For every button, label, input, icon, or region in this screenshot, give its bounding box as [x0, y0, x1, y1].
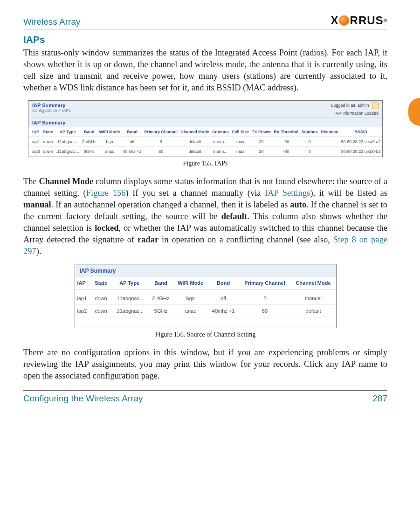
info-loaded-text: IAP Information Loaded: [335, 111, 379, 116]
col-h[interactable]: Primary Channel: [143, 127, 179, 137]
cell: .11abgnac...: [111, 304, 148, 317]
text: ).: [36, 247, 41, 256]
page-footer: Configuring the Wireless Array 287: [23, 390, 387, 404]
cell: [319, 146, 340, 156]
closing-paragraph: There are no configuration options in th…: [23, 347, 387, 382]
cell: 20: [250, 146, 272, 156]
figure-156: IAP Summary IAP State AP Type Band WiFi …: [75, 264, 337, 328]
cell: off: [208, 292, 239, 305]
brand-logo: XRRUS®: [331, 14, 387, 27]
col-h[interactable]: Band: [81, 127, 98, 137]
col-h[interactable]: WiFi Mode: [97, 127, 121, 137]
text: The: [23, 177, 39, 186]
col-h[interactable]: Channel Mode: [290, 277, 336, 289]
col-h[interactable]: State: [41, 127, 55, 137]
cell: .11abgnac...: [111, 292, 148, 305]
figure-155: IAP Summary Configuration > IAPs Logged …: [28, 100, 383, 157]
header-title: Wireless Array: [23, 17, 80, 27]
cell: default: [179, 137, 211, 146]
cell: manual: [290, 292, 336, 305]
cell: .11abgnac...: [55, 137, 81, 146]
cell: max: [230, 137, 250, 146]
cell: down: [41, 146, 55, 156]
cell: 60: [239, 304, 291, 317]
cell: 60: [143, 146, 179, 156]
iap-link[interactable]: iap2: [75, 304, 91, 317]
col-h[interactable]: WiFi Mode: [173, 277, 208, 289]
fig156-summary-label: IAP Summary: [75, 264, 336, 277]
table-row: iap2 down .11abgnac... 5GHz anac 40mhz +…: [28, 146, 382, 156]
cell: [319, 137, 340, 146]
iap-link[interactable]: iap1: [75, 292, 91, 305]
table-row: iap2 down .11abgnac... 5GHz anac 40mhz +…: [75, 304, 336, 317]
cell: anac: [173, 304, 208, 317]
cell: bgn: [97, 137, 121, 146]
cell: anac: [97, 146, 121, 156]
col-h[interactable]: IAP: [28, 127, 41, 137]
cell: default: [179, 146, 211, 156]
cell: 0: [300, 137, 319, 146]
fig156-caption: Figure 156. Source of Channel Setting: [23, 331, 387, 338]
fig155-summary-label: IAP Summary: [32, 120, 65, 125]
col-h[interactable]: RX Threshol: [272, 127, 300, 137]
cell: intern...: [211, 137, 230, 146]
col-h[interactable]: AP Type: [111, 277, 148, 289]
col-h[interactable]: Channel Mode: [179, 127, 211, 137]
table-row: iap1 down .11abgnac... 2.4GHz bgn off 2 …: [75, 292, 336, 305]
cell: 0: [300, 146, 319, 156]
cell: default: [290, 304, 336, 317]
fig156-table: IAP State AP Type Band WiFi Mode Bond Pr…: [75, 277, 336, 328]
iap-link[interactable]: iap2: [28, 146, 41, 156]
col-h[interactable]: Cell Size: [230, 127, 250, 137]
page-number: 287: [372, 393, 387, 404]
iap-link[interactable]: iap1: [28, 137, 41, 146]
bold-text: manual: [23, 200, 51, 209]
col-h[interactable]: Bond: [208, 277, 239, 289]
channel-mode-paragraph: The Channel Mode column displays some st…: [23, 176, 387, 257]
bold-text: default: [221, 212, 248, 221]
cell: 2: [239, 292, 291, 305]
iap-settings-link[interactable]: IAP Settings: [265, 188, 310, 198]
logo-registered-icon: ®: [384, 18, 387, 23]
col-h[interactable]: IAP: [75, 277, 91, 289]
logo-text-suffix: RRUS: [350, 14, 384, 27]
text: . If an autochannel operation changed a …: [51, 200, 290, 209]
cell: 6: [143, 137, 179, 146]
logout-icon[interactable]: [372, 103, 379, 109]
bold-text: radar: [138, 235, 158, 244]
fig155-table: IAP State AP Type Band WiFi Mode Bond Pr…: [28, 127, 382, 157]
col-h[interactable]: Band: [148, 277, 173, 289]
logo-text-prefix: X: [331, 14, 339, 27]
bold-text: Channel Mode: [39, 177, 93, 186]
cell: .11abgnac...: [55, 146, 81, 156]
cell: -90: [272, 146, 300, 156]
col-h[interactable]: BSSID: [340, 127, 382, 137]
col-h[interactable]: Antenna: [211, 127, 230, 137]
logged-in-user: admin: [358, 103, 369, 108]
cell: 2.4GHz: [148, 292, 173, 305]
col-h[interactable]: Bond: [122, 127, 143, 137]
figure-156-link[interactable]: Figure 156: [86, 188, 126, 198]
footer-left: Configuring the Wireless Array: [23, 393, 143, 404]
cell: down: [41, 137, 55, 146]
col-h[interactable]: State: [91, 277, 111, 289]
text: ), it will be listed as: [310, 188, 387, 198]
bold-text: auto: [290, 200, 306, 209]
fig155-title: IAP Summary: [32, 103, 71, 108]
cell: max: [230, 146, 250, 156]
cell: down: [91, 304, 111, 317]
cell: 2.4GHz: [81, 137, 98, 146]
col-h[interactable]: Stations: [300, 127, 319, 137]
col-h[interactable]: AP Type: [55, 127, 81, 137]
col-h[interactable]: Distance: [319, 127, 340, 137]
page-header: Wireless Array XRRUS®: [23, 14, 387, 29]
logo-orb-icon: [339, 15, 349, 26]
col-h[interactable]: Primary Channel: [239, 277, 291, 289]
side-tab: [408, 98, 420, 126]
cell: 40mhz +1: [122, 146, 143, 156]
col-h[interactable]: TX Power: [250, 127, 272, 137]
cell: 40mhz +1: [208, 304, 239, 317]
fig155-caption: Figure 155. IAPs: [23, 160, 387, 167]
text: ) If you set a channel manually (via: [125, 188, 265, 198]
cell: off: [122, 137, 143, 146]
